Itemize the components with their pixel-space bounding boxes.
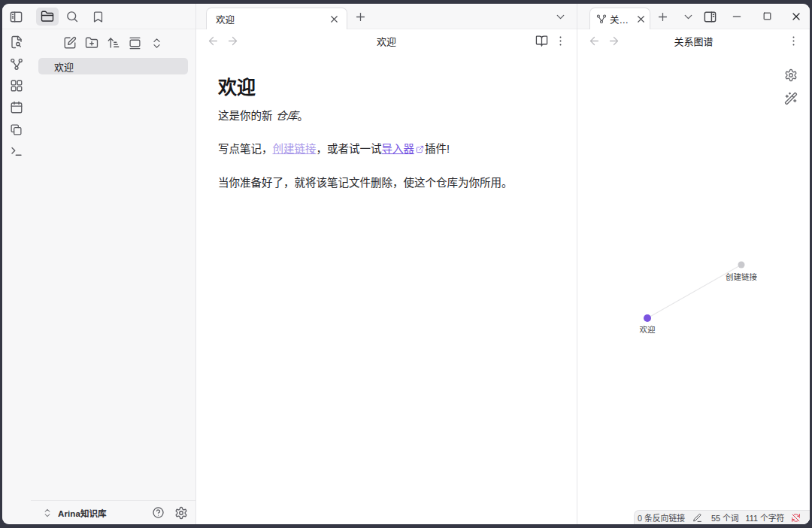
graph-svg: 欢迎创建链接 bbox=[577, 29, 810, 524]
tab-title: 关系图谱 bbox=[610, 12, 632, 26]
graph-sm-icon bbox=[596, 14, 607, 24]
close-icon bbox=[329, 14, 340, 25]
toggle-view-button[interactable] bbox=[126, 34, 144, 52]
minimize-icon bbox=[731, 11, 743, 23]
arrow-right-icon bbox=[607, 35, 620, 47]
divider-main-right[interactable] bbox=[577, 4, 577, 524]
note-paragraph: 当你准备好了，就将该笔记文件删除，使这个仓库为你所用。 bbox=[218, 175, 556, 191]
word-count[interactable]: 55 个词 bbox=[711, 511, 739, 523]
file-explorer-panel: 欢迎 Arina知识库 bbox=[31, 29, 195, 524]
tab-list-button[interactable] bbox=[679, 8, 697, 26]
new-tab-button[interactable] bbox=[351, 8, 369, 26]
terminal-icon bbox=[10, 144, 23, 158]
graph-animate-button[interactable] bbox=[782, 90, 800, 108]
sort-order-button[interactable] bbox=[105, 34, 123, 52]
quick-switcher-button[interactable] bbox=[8, 33, 26, 51]
external-link-icon bbox=[416, 145, 424, 153]
bookmark-icon bbox=[92, 11, 105, 23]
graph-node[interactable] bbox=[738, 262, 745, 269]
vault-switcher[interactable] bbox=[42, 508, 53, 518]
sort-ascending-icon bbox=[107, 36, 120, 50]
folder-icon bbox=[41, 10, 54, 23]
window-close-button[interactable] bbox=[782, 4, 810, 29]
note-paragraph: 这是你的新仓库。 bbox=[218, 108, 556, 124]
settings-button[interactable] bbox=[172, 504, 190, 522]
left-ribbon bbox=[2, 29, 30, 524]
command-palette-button[interactable] bbox=[8, 142, 26, 160]
layout-grid-icon bbox=[10, 79, 23, 93]
templates-button[interactable] bbox=[8, 120, 26, 138]
new-tab-button[interactable] bbox=[653, 8, 671, 26]
close-icon bbox=[635, 14, 647, 25]
collapse-all-button[interactable] bbox=[148, 34, 166, 52]
file-list: 欢迎 bbox=[31, 52, 195, 74]
sidebar-tab-search[interactable] bbox=[63, 8, 81, 26]
window-maximize-button[interactable] bbox=[752, 4, 782, 29]
canvas-button[interactable] bbox=[8, 77, 26, 95]
vault-switcher-row: Arina知识库 bbox=[31, 500, 195, 524]
external-link-icon bbox=[416, 142, 424, 158]
reading-mode-button[interactable] bbox=[532, 32, 550, 50]
tab-close-button[interactable] bbox=[635, 11, 647, 26]
external-link[interactable]: 导入器 bbox=[382, 143, 415, 155]
tab-graph[interactable]: 关系图谱 bbox=[589, 8, 650, 29]
chevrons-up-down-icon bbox=[42, 508, 53, 518]
daily-note-button[interactable] bbox=[8, 99, 26, 117]
graph-canvas[interactable]: 欢迎创建链接 bbox=[577, 29, 810, 524]
new-folder-button[interactable] bbox=[83, 34, 101, 52]
explorer-toolbar bbox=[31, 29, 195, 52]
backlink-count[interactable]: 0 条反向链接 bbox=[638, 511, 685, 523]
more-options-button[interactable] bbox=[784, 32, 802, 50]
graph-node[interactable] bbox=[644, 314, 651, 322]
panel-right-icon bbox=[703, 10, 717, 24]
right-tab-strip: 关系图谱 bbox=[577, 4, 810, 29]
graph-node-label: 创建链接 bbox=[726, 272, 757, 281]
window-minimize-button[interactable] bbox=[722, 4, 752, 29]
more-vertical-icon bbox=[554, 35, 567, 47]
tab-title: 欢迎 bbox=[216, 12, 235, 26]
tab-close-button[interactable] bbox=[326, 11, 341, 26]
folder-plus-icon bbox=[85, 36, 98, 50]
book-open-icon bbox=[535, 35, 548, 47]
plus-icon bbox=[354, 11, 367, 23]
chevron-down-icon bbox=[554, 11, 567, 23]
more-options-button[interactable] bbox=[551, 32, 569, 50]
back-button[interactable] bbox=[585, 32, 603, 50]
char-count[interactable]: 111 个字符 bbox=[746, 511, 785, 523]
sidebar-tab-files[interactable] bbox=[36, 8, 59, 26]
graph-node-label: 欢迎 bbox=[640, 325, 656, 334]
sync-error-icon[interactable] bbox=[791, 513, 801, 523]
tab-welcome[interactable]: 欢迎 bbox=[206, 8, 347, 29]
edit-mode-indicator[interactable] bbox=[692, 513, 702, 523]
forward-button[interactable] bbox=[223, 32, 241, 50]
gallery-vertical-icon bbox=[129, 37, 141, 50]
arrow-left-icon bbox=[588, 35, 601, 47]
note-heading: 欢迎 bbox=[218, 75, 556, 100]
note-editor[interactable]: 欢迎 这是你的新仓库。 写点笔记，创建链接，或者试一试导入器插件! 当你准备好了… bbox=[196, 52, 577, 191]
search-icon bbox=[65, 10, 79, 23]
copy-icon bbox=[10, 123, 23, 136]
main-pane: 欢迎 欢迎 这是你的新仓库。 写点笔记，创建链接，或者试一试导入器插件! 当你准… bbox=[196, 29, 577, 524]
square-pen-icon bbox=[63, 36, 77, 50]
calendar-icon bbox=[10, 101, 23, 114]
titlebar: 欢迎 关系图谱 bbox=[2, 4, 810, 29]
new-note-button[interactable] bbox=[61, 34, 79, 52]
obsidian-window: 欢迎 关系图谱 bbox=[2, 4, 810, 524]
help-button[interactable] bbox=[149, 504, 167, 522]
gear-icon bbox=[174, 506, 188, 520]
divider-sidebar-main[interactable] bbox=[195, 4, 196, 524]
tab-list-button[interactable] bbox=[551, 8, 569, 26]
panel-left-icon bbox=[9, 10, 23, 24]
chevrons-up-down-icon bbox=[150, 37, 163, 50]
right-sidebar-toggle-button[interactable] bbox=[701, 8, 719, 26]
vault-name[interactable]: Arina知识库 bbox=[58, 507, 107, 519]
file-item-welcome[interactable]: 欢迎 bbox=[38, 58, 188, 74]
left-sidebar-toggle-button[interactable] bbox=[7, 8, 25, 26]
internal-link[interactable]: 创建链接 bbox=[273, 143, 317, 155]
back-button[interactable] bbox=[204, 32, 222, 50]
forward-button[interactable] bbox=[604, 32, 623, 50]
sidebar-tab-bookmarks[interactable] bbox=[89, 8, 107, 26]
graph-settings-button[interactable] bbox=[782, 66, 800, 84]
arrow-right-icon bbox=[226, 35, 239, 47]
graph-view-button[interactable] bbox=[8, 55, 26, 73]
